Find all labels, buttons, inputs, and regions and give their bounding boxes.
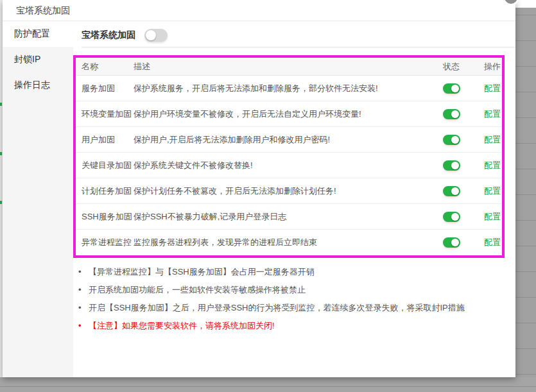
rule-action-cell: 配置	[471, 83, 502, 94]
table-row: 服务加固保护系统服务，开启后将无法添加和删除服务，部分软件无法安装!配置	[76, 76, 502, 101]
table-row: SSH服务加固保护SSH不被暴力破解,记录用户登录日志配置	[76, 204, 502, 230]
master-toggle-switch[interactable]	[144, 29, 168, 42]
table-row: 异常进程监控监控服务器进程列表，发现异常的进程后立即结束配置	[76, 230, 502, 255]
hardening-table-body: 服务加固保护系统服务，开启后将无法添加和删除服务，部分软件无法安装!配置环境变量…	[76, 76, 502, 255]
background-page-rows	[515, 8, 536, 377]
rule-action-cell: 配置	[471, 160, 502, 171]
master-toggle-row: 宝塔系统加固	[82, 29, 168, 42]
note-text: 开启【SSH服务加固】之后，用户登录SSH的行为将受到监控，若连续多次登录失败，…	[89, 303, 465, 312]
configure-link[interactable]: 配置	[484, 109, 501, 119]
background-speck	[0, 152, 2, 155]
configure-link[interactable]: 配置	[484, 160, 501, 170]
rule-description: 保护用户环境变量不被修改，开启后无法自定义用户环境变量!	[134, 108, 432, 120]
rule-status-cell	[432, 83, 471, 94]
rule-description: 保护计划任务不被篡改，开启后无法添加删除计划任务!	[134, 185, 432, 197]
rule-name: 计划任务加固	[76, 185, 134, 197]
column-header-status: 状态	[432, 61, 471, 72]
status-toggle[interactable]	[443, 212, 460, 222]
rule-name: SSH服务加固	[76, 211, 134, 223]
note-text: 【注意】如果您需要安装软件，请将系统加固关闭!	[89, 321, 275, 330]
notes-list: •【异常进程监控】与【SSH服务加固】会占用一定服务器开销•开启系统加固功能后，…	[78, 267, 502, 339]
note-item: •开启系统加固功能后，一些如软件安装等敏感操作将被禁止	[78, 285, 502, 294]
column-header-desc: 描述	[134, 61, 432, 72]
configure-link[interactable]: 配置	[484, 135, 501, 144]
bullet-icon: •	[78, 285, 89, 294]
status-toggle[interactable]	[443, 135, 460, 145]
rule-description: 保护用户,开启后将无法添加删除用户和修改用户密码!	[134, 134, 432, 146]
rule-status-cell	[432, 237, 471, 248]
rule-name: 服务加固	[76, 83, 134, 94]
rule-action-cell: 配置	[471, 185, 502, 197]
warning-note: •【注意】如果您需要安装软件，请将系统加固关闭!	[78, 321, 502, 330]
annotation-highlight-box: 名称 描述 状态 操作 服务加固保护系统服务，开启后将无法添加和删除服务，部分软…	[73, 55, 505, 258]
table-row: 计划任务加固保护计划任务不被篡改，开启后无法添加删除计划任务!配置	[76, 178, 502, 204]
toggle-knob	[146, 30, 156, 40]
rule-name: 用户加固	[76, 134, 134, 146]
background-speck	[0, 103, 2, 106]
rule-action-cell: 配置	[471, 108, 502, 120]
sidebar-item-label: 操作日志	[14, 80, 50, 91]
toggle-knob	[451, 110, 459, 118]
sidebar-item-label: 封锁IP	[14, 54, 40, 65]
sidebar-item-protection-config[interactable]: 防护配置	[3, 21, 73, 47]
toggle-knob	[451, 136, 459, 144]
table-header-row: 名称 描述 状态 操作	[76, 58, 502, 76]
rule-action-cell: 配置	[471, 134, 502, 146]
rule-status-cell	[432, 212, 471, 222]
dialog-title: 宝塔系统加固	[16, 5, 70, 17]
toggle-knob	[451, 213, 459, 221]
column-header-name: 名称	[76, 61, 134, 72]
rule-description: 保护SSH不被暴力破解,记录用户登录日志	[134, 211, 432, 223]
table-row: 环境变量加固保护用户环境变量不被修改，开启后无法自定义用户环境变量!配置	[76, 101, 502, 127]
toggle-knob	[451, 85, 459, 92]
rule-action-cell: 配置	[471, 211, 502, 223]
note-text: 【异常进程监控】与【SSH服务加固】会占用一定服务器开销	[89, 267, 315, 277]
bullet-icon: •	[78, 321, 89, 330]
table-row: 用户加固保护用户,开启后将无法添加删除用户和修改用户密码!配置	[76, 127, 502, 153]
background-row-line	[0, 386, 536, 387]
bullet-icon: •	[78, 303, 89, 312]
status-toggle[interactable]	[443, 109, 460, 119]
sidebar-item-operation-log[interactable]: 操作日志	[3, 72, 73, 98]
background-speck	[0, 201, 2, 204]
rule-description: 保护系统服务，开启后将无法添加和删除服务，部分软件无法安装!	[134, 83, 432, 94]
configure-link[interactable]: 配置	[484, 186, 501, 196]
status-toggle[interactable]	[443, 160, 460, 171]
rule-status-cell	[432, 135, 471, 145]
system-hardening-dialog: 宝塔系统加固 防护配置 封锁IP 操作日志 宝塔系统加固 名称 描述 状态 操作…	[3, 0, 515, 377]
rule-name: 关键目录加固	[76, 160, 134, 171]
configure-link[interactable]: 配置	[484, 212, 501, 221]
column-header-action: 操作	[471, 61, 502, 72]
close-icon[interactable]	[503, 0, 519, 6]
dialog-content: 宝塔系统加固 名称 描述 状态 操作 服务加固保护系统服务，开启后将无法添加和删…	[73, 21, 515, 377]
rule-description: 监控服务器进程列表，发现异常的进程后立即结束	[134, 237, 432, 248]
sidebar-item-blocked-ip[interactable]: 封锁IP	[3, 47, 73, 72]
background-page-bottom	[0, 377, 536, 392]
toggle-knob	[451, 239, 459, 246]
bullet-icon: •	[78, 267, 89, 277]
rule-status-cell	[432, 109, 471, 119]
master-toggle-label: 宝塔系统加固	[82, 30, 135, 41]
rule-action-cell: 配置	[471, 237, 502, 248]
dialog-header: 宝塔系统加固	[3, 0, 515, 21]
rule-description: 保护系统关键文件不被修改替换!	[134, 160, 432, 171]
toggle-knob	[451, 162, 459, 169]
note-item: •【异常进程监控】与【SSH服务加固】会占用一定服务器开销	[78, 267, 502, 277]
configure-link[interactable]: 配置	[484, 237, 501, 247]
configure-link[interactable]: 配置	[484, 83, 501, 93]
table-row: 关键目录加固保护系统关键文件不被修改替换!配置	[76, 153, 502, 178]
note-item: •开启【SSH服务加固】之后，用户登录SSH的行为将受到监控，若连续多次登录失败…	[78, 303, 502, 312]
status-toggle[interactable]	[443, 186, 460, 196]
rule-name: 异常进程监控	[76, 237, 134, 248]
status-toggle[interactable]	[443, 83, 460, 94]
status-toggle[interactable]	[443, 237, 460, 248]
rule-status-cell	[432, 186, 471, 196]
sidebar-item-label: 防护配置	[14, 28, 50, 40]
note-text: 开启系统加固功能后，一些如软件安装等敏感操作将被禁止	[89, 285, 306, 294]
rule-status-cell	[432, 160, 471, 171]
rule-name: 环境变量加固	[76, 108, 134, 120]
toggle-knob	[451, 187, 459, 195]
dialog-sidebar: 防护配置 封锁IP 操作日志	[3, 21, 73, 377]
section-divider	[82, 47, 515, 47]
